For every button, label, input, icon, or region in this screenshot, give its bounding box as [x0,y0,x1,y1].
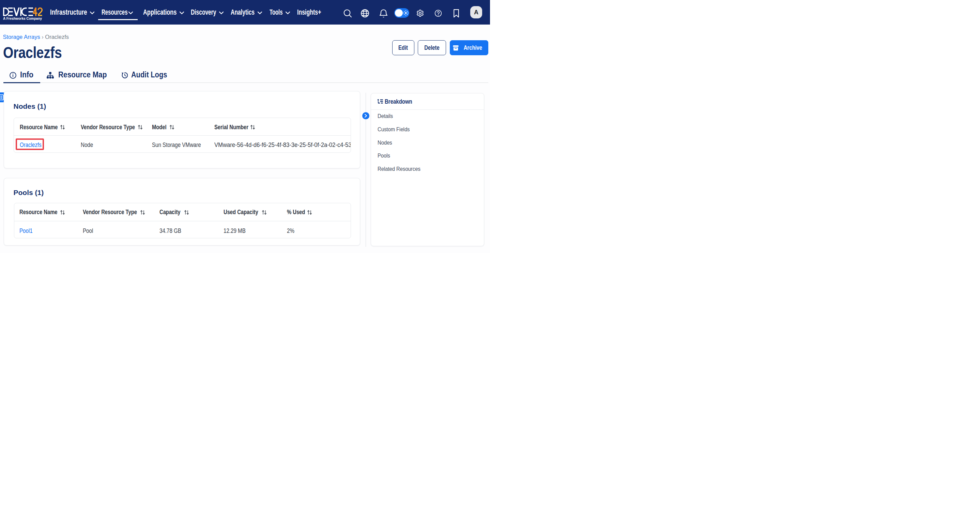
svg-text:A Freshworks Company: A Freshworks Company [3,17,42,21]
